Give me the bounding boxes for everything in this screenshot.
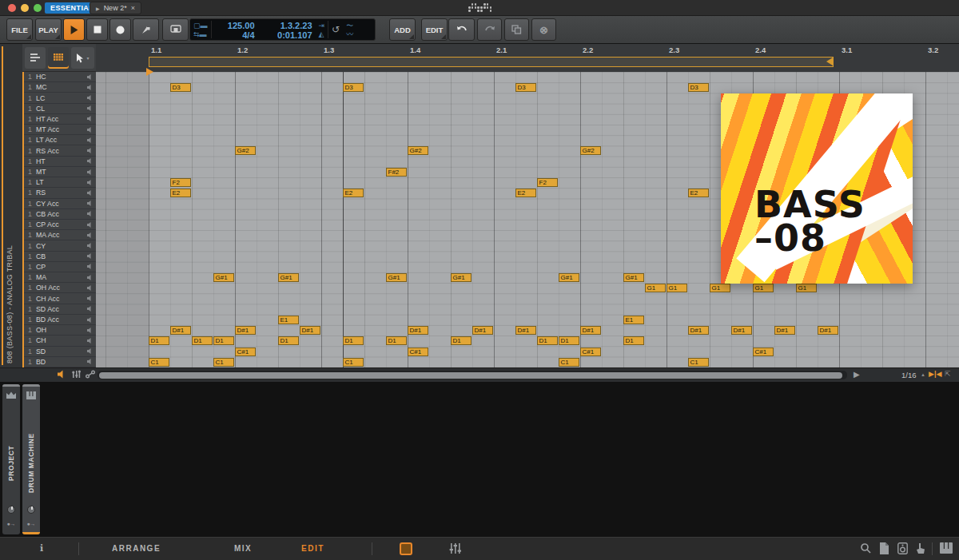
timesig-value[interactable]: 4/4 <box>215 30 255 40</box>
track-mute-speaker-icon[interactable] <box>87 338 93 344</box>
song-position-value[interactable]: 1.3.2.23 <box>261 21 312 30</box>
track-mute-speaker-icon[interactable] <box>87 180 93 185</box>
note-gs1[interactable]: G#1 <box>278 273 299 282</box>
clip-launcher-icon[interactable] <box>400 542 412 555</box>
track-row-rs[interactable]: 1RS <box>22 188 96 198</box>
stop-button[interactable] <box>86 18 108 41</box>
track-mute-speaker-icon[interactable] <box>87 85 93 90</box>
maximize-window-button[interactable] <box>34 4 42 12</box>
note-ds1[interactable]: D#1 <box>818 326 838 335</box>
play-button[interactable] <box>63 18 85 41</box>
note-d1[interactable]: D1 <box>386 336 407 345</box>
swing-curve-icon[interactable]: 〰 <box>346 30 353 38</box>
note-e2[interactable]: E2 <box>343 189 364 197</box>
metronome-icon[interactable]: ◭ <box>319 30 325 38</box>
note-d1[interactable]: D1 <box>278 336 299 345</box>
note-cs1[interactable]: C#1 <box>408 348 428 356</box>
snap-stepper-icon[interactable]: ▲ <box>921 372 925 377</box>
note-g1[interactable]: G1 <box>645 284 666 292</box>
track-row-oh-acc[interactable]: 1OH Acc <box>22 283 96 293</box>
knob-panel-icon[interactable] <box>7 506 15 514</box>
track-row-cb[interactable]: 1CB <box>22 252 96 262</box>
track-row-cy-acc[interactable]: 1CY Acc <box>22 199 96 209</box>
note-g1[interactable]: G1 <box>710 284 730 292</box>
track-row-mt-acc[interactable]: 1MT Acc <box>22 125 96 135</box>
track-mute-speaker-icon[interactable] <box>87 359 93 364</box>
note-ds1[interactable]: D#1 <box>300 326 320 335</box>
note-velocity-icon[interactable] <box>72 370 81 380</box>
drum-grid-view-button[interactable] <box>48 47 69 69</box>
adaptive-grid-icon[interactable]: ⇱ <box>945 370 951 378</box>
note-ds1[interactable]: D#1 <box>170 326 191 335</box>
track-row-hc[interactable]: 1HC <box>22 72 96 82</box>
track-row-lt[interactable]: 1LT <box>22 177 96 188</box>
audio-engine-icon[interactable] <box>897 542 908 558</box>
track-row-cp-acc[interactable]: 1CP Acc <box>22 220 96 230</box>
note-d3[interactable]: D3 <box>343 83 364 92</box>
track-mute-speaker-icon[interactable] <box>87 285 93 291</box>
track-row-bd[interactable]: 1BD <box>22 357 96 367</box>
track-row-cl[interactable]: 1CL <box>22 104 96 114</box>
redo-button[interactable] <box>477 18 502 41</box>
shuffle-icon[interactable]: ⇆▬ <box>193 30 208 38</box>
modulation-icon[interactable]: ●→ <box>26 521 35 526</box>
punch-in-icon[interactable]: ⇥ <box>319 22 325 30</box>
edit-menu-button[interactable]: EDIT <box>421 18 448 41</box>
file-menu-button[interactable]: FILE <box>6 18 33 41</box>
note-gs2[interactable]: G#2 <box>408 146 428 155</box>
track-row-ma[interactable]: 1MA <box>22 272 96 283</box>
search-icon[interactable] <box>860 542 871 557</box>
add-menu-button[interactable]: ADD <box>389 18 416 41</box>
note-d1[interactable]: D1 <box>537 336 558 345</box>
note-d3[interactable]: D3 <box>515 83 536 92</box>
info-icon[interactable]: i <box>40 543 43 554</box>
arranger-loop-icon[interactable]: ▢▬ <box>193 22 208 30</box>
track-mute-speaker-icon[interactable] <box>87 328 93 333</box>
tempo-value[interactable]: 125.00 <box>215 21 255 30</box>
note-ds1[interactable]: D#1 <box>688 326 709 335</box>
note-cs1[interactable]: C#1 <box>235 348 256 356</box>
track-row-cp[interactable]: 1CP <box>22 262 96 272</box>
note-chain-icon[interactable] <box>86 370 95 380</box>
note-e1[interactable]: E1 <box>278 316 299 324</box>
note-gs2[interactable]: G#2 <box>235 146 256 155</box>
track-row-cb-acc[interactable]: 1CB Acc <box>22 209 96 220</box>
note-d1[interactable]: D1 <box>343 336 364 345</box>
knob-panel-icon[interactable] <box>27 506 35 514</box>
horizontal-scrollbar[interactable] <box>97 371 847 379</box>
view-tab-mix[interactable]: MIX <box>234 544 252 553</box>
mixer-panel-icon[interactable] <box>449 542 461 558</box>
track-row-bd-acc[interactable]: 1BD Acc <box>22 315 96 325</box>
note-ds1[interactable]: D#1 <box>731 326 752 335</box>
browser-file-icon[interactable] <box>879 542 889 558</box>
clip-loop-region[interactable] <box>149 57 834 67</box>
track-row-oh[interactable]: 1OH <box>22 325 96 336</box>
track-mute-speaker-icon[interactable] <box>87 222 93 228</box>
note-cs1[interactable]: C#1 <box>580 348 601 356</box>
tab-close-icon[interactable]: × <box>131 4 135 12</box>
note-d1[interactable]: D1 <box>623 336 644 345</box>
track-row-mt[interactable]: 1MT <box>22 167 96 177</box>
note-c1[interactable]: C1 <box>149 358 169 367</box>
note-f2[interactable]: F2 <box>170 178 191 187</box>
record-button[interactable] <box>109 18 131 41</box>
track-row-ch-acc[interactable]: 1CH Acc <box>22 293 96 304</box>
audition-notes-icon[interactable] <box>58 370 66 380</box>
note-gs1[interactable]: G#1 <box>623 273 644 282</box>
note-gs1[interactable]: G#1 <box>559 273 579 282</box>
pointer-tool-button[interactable]: ▾ <box>71 47 94 69</box>
track-mute-speaker-icon[interactable] <box>87 116 93 121</box>
note-d1[interactable]: D1 <box>559 336 579 345</box>
note-cs1[interactable]: C#1 <box>753 348 774 356</box>
note-ds1[interactable]: D#1 <box>235 326 256 335</box>
note-d1[interactable]: D1 <box>451 336 472 345</box>
note-c1[interactable]: C1 <box>213 358 234 367</box>
tab-project[interactable]: PROJECT ●→ <box>2 384 20 534</box>
note-e2[interactable]: E2 <box>170 189 191 197</box>
track-row-ht-acc[interactable]: 1HT Acc <box>22 114 96 125</box>
clip-overdub-button[interactable] <box>162 18 189 41</box>
track-mute-speaker-icon[interactable] <box>87 158 93 164</box>
note-gs1[interactable]: G#1 <box>213 273 234 282</box>
scroll-right-icon[interactable]: ▶ <box>854 370 860 379</box>
play-menu-button[interactable]: PLAY <box>35 18 62 41</box>
